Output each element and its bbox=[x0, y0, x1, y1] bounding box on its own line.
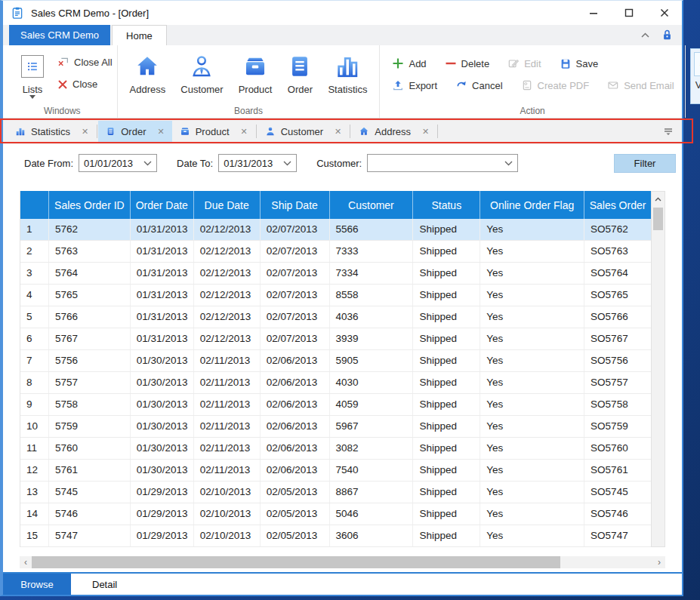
edit-button[interactable]: Edit bbox=[507, 57, 541, 69]
grid-cell[interactable]: 01/30/2013 bbox=[131, 438, 194, 459]
scrollbar-thumb[interactable] bbox=[653, 208, 663, 230]
grid-cell[interactable]: Yes bbox=[480, 372, 584, 393]
grid-cell[interactable]: 7333 bbox=[330, 241, 414, 262]
grid-cell[interactable]: Yes bbox=[480, 350, 584, 371]
grid-cell[interactable]: 02/06/2013 bbox=[261, 460, 330, 481]
table-row[interactable]: 10575901/30/201302/11/201302/06/20135967… bbox=[20, 416, 651, 438]
grid-cell[interactable]: 5765 bbox=[49, 285, 131, 306]
row-number-cell[interactable]: 13 bbox=[20, 482, 49, 503]
grid-cell[interactable]: 4030 bbox=[330, 372, 414, 393]
grid-cell[interactable]: Shipped bbox=[413, 525, 480, 546]
grid-cell[interactable]: Shipped bbox=[413, 328, 480, 349]
grid-cell[interactable]: 5747 bbox=[49, 525, 131, 546]
grid-cell[interactable]: 01/31/2013 bbox=[131, 328, 194, 349]
doc-tab-statistics[interactable]: Statistics ✕ bbox=[8, 121, 96, 142]
grid-cell[interactable]: 02/07/2013 bbox=[261, 241, 330, 262]
table-row[interactable]: 6576701/31/201302/12/201302/07/20133939S… bbox=[20, 328, 651, 350]
close-icon[interactable]: ✕ bbox=[241, 127, 248, 137]
grid-cell[interactable]: SO5758 bbox=[584, 394, 651, 415]
grid-cell[interactable]: 5767 bbox=[49, 328, 131, 349]
grid-cell[interactable]: 3606 bbox=[330, 525, 414, 546]
row-number-cell[interactable]: 15 bbox=[20, 525, 49, 546]
grid-cell[interactable]: Shipped bbox=[413, 503, 480, 525]
grid-cell[interactable]: 01/31/2013 bbox=[131, 263, 194, 284]
grid-cell[interactable]: SO5766 bbox=[584, 306, 651, 328]
table-row[interactable]: 12576101/30/201302/11/201302/06/20137540… bbox=[20, 460, 651, 482]
grid-cell[interactable]: 02/11/2013 bbox=[194, 350, 261, 371]
view-button[interactable]: ⚙⚙ View bbox=[690, 48, 700, 104]
tab-home[interactable]: Home bbox=[112, 25, 167, 45]
grid-cell[interactable]: Yes bbox=[480, 241, 584, 262]
grid-cell[interactable]: Shipped bbox=[413, 219, 480, 240]
table-row[interactable]: 4576501/31/201302/12/201302/07/20138558S… bbox=[20, 285, 651, 306]
table-row[interactable]: 14574601/29/201302/10/201302/05/20135046… bbox=[20, 503, 651, 525]
minimize-button[interactable] bbox=[575, 1, 611, 25]
grid-cell[interactable]: 02/10/2013 bbox=[194, 482, 261, 503]
save-button[interactable]: Save bbox=[560, 57, 599, 69]
doc-tab-address[interactable]: Address ✕ bbox=[351, 121, 436, 142]
grid-cell[interactable]: 02/06/2013 bbox=[261, 350, 330, 371]
grid-cell[interactable]: Shipped bbox=[413, 350, 480, 371]
grid-cell[interactable]: 5046 bbox=[330, 503, 414, 525]
grid-cell[interactable]: 4059 bbox=[330, 394, 414, 415]
grid-cell[interactable]: SO5746 bbox=[584, 503, 651, 525]
grid-cell[interactable]: Yes bbox=[480, 460, 584, 481]
grid-cell[interactable]: Yes bbox=[480, 438, 584, 459]
close-icon[interactable]: ✕ bbox=[82, 127, 88, 137]
row-number-cell[interactable]: 5 bbox=[20, 306, 49, 328]
product-board-button[interactable]: Product bbox=[231, 50, 280, 105]
lists-button[interactable]: Lists bbox=[12, 50, 53, 105]
grid-cell[interactable]: 5760 bbox=[49, 438, 131, 459]
grid-cell[interactable]: 02/07/2013 bbox=[261, 219, 330, 240]
add-button[interactable]: Add bbox=[392, 57, 426, 69]
grid-cell[interactable]: 5758 bbox=[49, 394, 131, 415]
tab-list-overflow-icon[interactable] bbox=[664, 128, 673, 135]
grid-cell[interactable]: 5761 bbox=[49, 460, 131, 481]
grid-cell[interactable]: 5757 bbox=[49, 372, 131, 393]
customer-combo[interactable] bbox=[367, 154, 518, 172]
grid-cell[interactable]: 02/12/2013 bbox=[194, 241, 261, 262]
grid-cell[interactable]: 4036 bbox=[330, 306, 414, 328]
grid-cell[interactable]: 02/05/2013 bbox=[261, 503, 330, 525]
grid-cell[interactable]: SO5747 bbox=[584, 525, 651, 546]
grid-cell[interactable]: 5905 bbox=[330, 350, 414, 371]
grid-cell[interactable]: Shipped bbox=[413, 241, 480, 262]
grid-cell[interactable]: 02/06/2013 bbox=[261, 416, 330, 437]
grid-cell[interactable]: Shipped bbox=[413, 416, 480, 437]
collapse-ribbon-icon[interactable] bbox=[640, 32, 650, 38]
grid-cell[interactable]: 02/12/2013 bbox=[194, 306, 261, 328]
grid-cell[interactable]: 3082 bbox=[330, 438, 414, 459]
grid-cell[interactable]: 7334 bbox=[330, 263, 414, 284]
grid-cell[interactable]: 02/11/2013 bbox=[194, 372, 261, 393]
grid-cell[interactable]: 02/11/2013 bbox=[194, 416, 261, 437]
grid-cell[interactable]: Shipped bbox=[413, 306, 480, 328]
create-pdf-button[interactable]: Create PDF bbox=[521, 79, 590, 91]
filter-button[interactable]: Filter bbox=[614, 154, 676, 173]
grid-cell[interactable]: SO5767 bbox=[584, 328, 651, 349]
grid-cell[interactable]: 02/05/2013 bbox=[261, 482, 330, 503]
doc-tab-order[interactable]: Order ✕ bbox=[98, 121, 171, 142]
grid-cell[interactable]: Yes bbox=[480, 328, 584, 349]
row-number-cell[interactable]: 2 bbox=[20, 241, 49, 262]
row-number-cell[interactable]: 9 bbox=[20, 394, 49, 415]
scroll-right-icon[interactable]: › bbox=[653, 557, 665, 568]
grid-cell[interactable]: 5762 bbox=[49, 219, 131, 240]
grid-cell[interactable]: 01/31/2013 bbox=[131, 241, 194, 262]
column-header[interactable]: Order Date bbox=[131, 191, 194, 219]
grid-cell[interactable]: 01/30/2013 bbox=[131, 394, 194, 415]
grid-cell[interactable]: 02/10/2013 bbox=[194, 503, 261, 525]
column-header[interactable]: Online Order Flag bbox=[480, 191, 584, 219]
grid-cell[interactable]: 5756 bbox=[49, 350, 131, 371]
grid-cell[interactable]: 02/07/2013 bbox=[261, 285, 330, 306]
grid-cell[interactable]: 3939 bbox=[330, 328, 414, 349]
grid-cell[interactable]: 01/30/2013 bbox=[131, 372, 194, 393]
grid-cell[interactable]: 5967 bbox=[330, 416, 414, 437]
grid-cell[interactable]: 01/30/2013 bbox=[131, 416, 194, 437]
grid-cell[interactable]: SO5762 bbox=[584, 219, 651, 240]
export-button[interactable]: Export bbox=[392, 79, 437, 91]
grid-cell[interactable]: 01/30/2013 bbox=[131, 460, 194, 481]
grid-cell[interactable]: 02/12/2013 bbox=[194, 263, 261, 284]
grid-cell[interactable]: 01/29/2013 bbox=[131, 503, 194, 525]
vertical-scrollbar[interactable] bbox=[651, 191, 665, 547]
date-from-combo[interactable]: 01/01/2013 bbox=[79, 154, 157, 172]
